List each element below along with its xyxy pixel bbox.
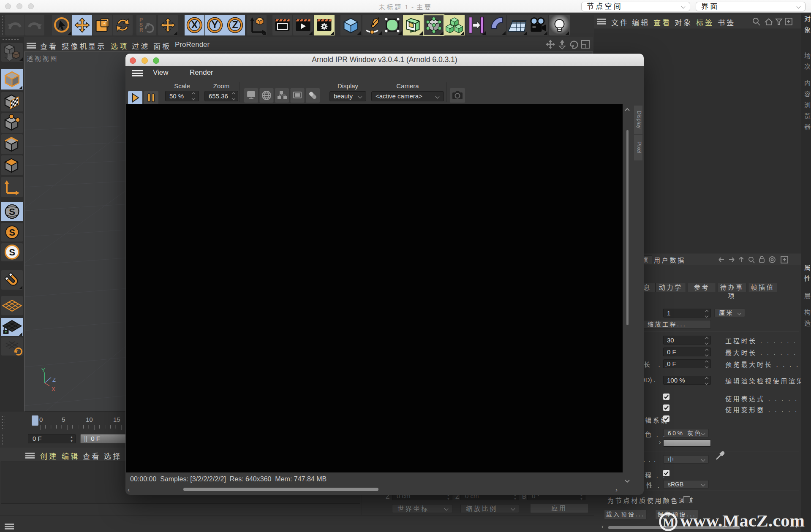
svg-text:Y: Y [41, 367, 45, 373]
svg-text:www.MacZ.com: www.MacZ.com [680, 511, 805, 530]
svg-text:M: M [663, 515, 675, 529]
svg-text:X: X [191, 19, 198, 30]
svg-text:X: X [52, 386, 55, 392]
svg-text:S: S [9, 227, 15, 238]
svg-text:S: S [9, 206, 15, 217]
svg-text:R: R [139, 27, 143, 33]
svg-text:Z: Z [232, 19, 238, 30]
svg-text:Y: Y [212, 19, 218, 30]
svg-text:Z: Z [52, 377, 56, 383]
svg-text:S: S [9, 247, 15, 258]
